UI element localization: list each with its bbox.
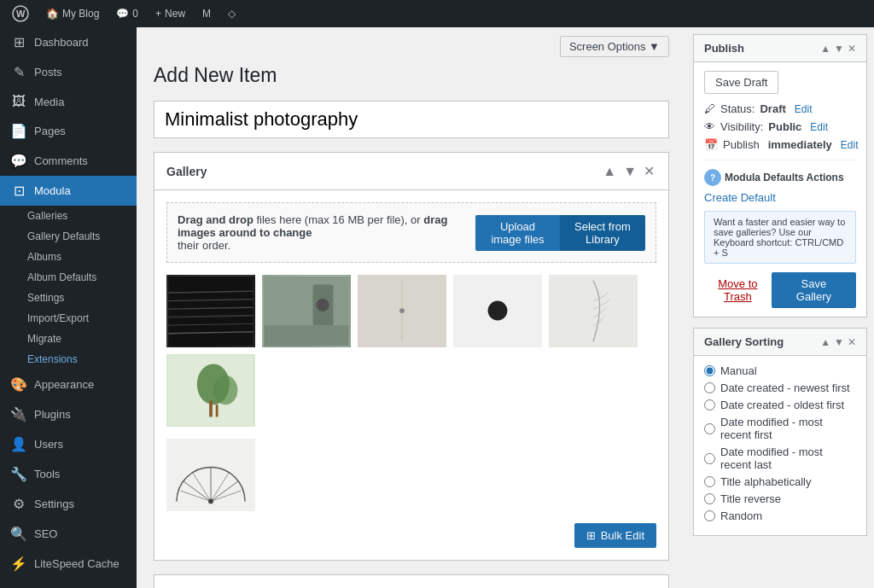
status-value: Draft [760,102,785,115]
admin-bar-diamond[interactable]: ◇ [223,0,241,27]
admin-bar-wp-logo[interactable]: W [7,0,34,27]
sort-date-oldest[interactable]: Date created - oldest first [704,399,856,411]
publish-panel-close[interactable]: ✕ [848,43,856,55]
sidebar-sub-extensions[interactable]: Extensions [0,349,137,370]
svg-text:W: W [16,9,26,19]
admin-bar-comments[interactable]: 💬 0 [111,0,143,27]
gallery-image-5[interactable] [549,275,638,347]
home-icon: 🏠 [46,8,59,20]
sidebar-item-media[interactable]: 🖼 Media [0,87,137,116]
sidebar-item-users[interactable]: 👤 Users [0,429,137,459]
gallery-image-3[interactable] [358,275,446,347]
settings-close-button[interactable]: ✕ [642,584,656,588]
sort-date-mod-oldest[interactable]: Date modified - most recent last [704,445,856,471]
grid-icon: ⊞ [586,529,596,542]
sidebar-item-tools[interactable]: 🔧 Tools [0,459,137,489]
sorting-panel-close[interactable]: ✕ [848,336,856,348]
sort-date-mod-newest[interactable]: Date modified - most recent first [704,416,856,441]
sidebar-item-modula[interactable]: ⊡ Modula [0,176,137,206]
sort-date-oldest-radio[interactable] [704,399,715,410]
sidebar-item-litespeed[interactable]: ⚡ LiteSpeed Cache [0,549,137,579]
sort-title-asc-radio[interactable] [704,476,715,487]
publish-label: Publish [723,138,760,151]
create-default-link[interactable]: Create Default [704,191,856,204]
sidebar-sub-galleries[interactable]: Galleries [0,206,137,226]
sidebar-item-comments[interactable]: 💬 Comments [0,146,137,176]
sidebar-appearance-label: Appearance [34,378,94,391]
gallery-image-6[interactable] [166,354,255,427]
settings-collapse-down-button[interactable]: ▼ [621,585,638,589]
sidebar-item-plugins[interactable]: 🔌 Plugins [0,399,137,429]
comment-icon: 💬 [116,8,129,20]
bulk-edit-button[interactable]: ⊞ Bulk Edit [574,523,656,548]
defaults-actions-label: Modula Defaults Actions [725,172,844,183]
gallery-panel-controls: ▲ ▼ ✕ [601,161,656,181]
gallery-close-button[interactable]: ✕ [642,161,656,181]
sort-random[interactable]: Random [704,509,856,522]
gallery-collapse-down-button[interactable]: ▼ [621,162,638,181]
sidebar-sub-albums[interactable]: Albums [0,247,137,267]
upload-image-button[interactable]: Upload image files [475,215,560,251]
sort-title-desc[interactable]: Title reverse [704,492,856,505]
sidebar-sub-migrate[interactable]: Migrate [0,329,137,349]
sidebar-users-label: Users [34,438,63,451]
gallery-panel-header: Gallery ▲ ▼ ✕ [154,153,668,190]
dashboard-icon: ⊞ [10,34,27,50]
sort-date-newest-radio[interactable] [704,382,715,393]
gallery-collapse-up-button[interactable]: ▲ [601,162,618,181]
gallery-title-input[interactable] [154,101,669,138]
sidebar-item-seo[interactable]: 🔍 SEO [0,519,137,549]
gallery-image-4[interactable] [453,275,542,347]
sidebar-sub-album-defaults[interactable]: Album Defaults [0,267,137,288]
sidebar-comments-label: Comments [34,154,88,167]
publish-panel-up[interactable]: ▲ [820,43,830,55]
sort-date-mod-newest-radio[interactable] [704,423,715,434]
admin-bar-modula[interactable]: M [197,0,216,27]
settings-panel: Settings ▲ ▼ ✕ ⚙ General 🖼 Lightbox & Li… [154,574,669,588]
publish-edit-link[interactable]: Edit [841,139,859,151]
publish-panel-down[interactable]: ▼ [834,43,844,55]
sidebar-item-settings[interactable]: ⚙ Settings [0,489,137,519]
svg-point-17 [488,301,508,321]
select-library-button[interactable]: Select from Library [560,215,645,251]
gallery-image-2[interactable] [262,275,351,347]
gallery-image-1[interactable] [166,275,255,347]
sort-date-mod-oldest-radio[interactable] [704,453,715,464]
sidebar-item-pages[interactable]: 📄 Pages [0,116,137,146]
sidebar-sub-import-export[interactable]: Import/Export [0,308,137,329]
sort-date-newest[interactable]: Date created - newest first [704,381,856,394]
sidebar-item-appearance[interactable]: 🎨 Appearance [0,370,137,399]
save-draft-button[interactable]: Save Draft [704,71,778,94]
sort-title-desc-radio[interactable] [704,493,715,504]
svg-point-21 [213,376,238,405]
gallery-image-7[interactable] [166,439,255,511]
sort-manual[interactable]: Manual [704,364,856,377]
litespeed-icon: ⚡ [10,556,27,572]
sidebar-item-posts[interactable]: ✎ Posts [0,57,137,87]
admin-bar-new[interactable]: + New [150,0,190,27]
sorting-panel-down[interactable]: ▼ [834,336,844,348]
sorting-panel-up[interactable]: ▲ [820,336,830,348]
status-edit-link[interactable]: Edit [795,103,813,115]
sort-date-oldest-label: Date created - oldest first [720,399,844,411]
sidebar-item-dashboard[interactable]: ⊞ Dashboard [0,27,137,57]
settings-collapse-up-button[interactable]: ▲ [601,585,618,589]
move-to-trash-button[interactable]: Move to Trash [704,277,772,303]
sort-title-asc[interactable]: Title alphabetically [704,475,856,488]
sidebar-sub-settings[interactable]: Settings [0,288,137,308]
sort-date-mod-newest-label: Date modified - most recent first [720,416,856,441]
sorting-panel-header: Gallery Sorting ▲ ▼ ✕ [694,329,866,356]
sidebar-sub-gallery-defaults[interactable]: Gallery Defaults [0,226,137,247]
visibility-edit-link[interactable]: Edit [810,121,828,133]
screen-options-button[interactable]: Screen Options ▼ [560,36,669,57]
publish-divider [704,160,856,160]
save-gallery-button[interactable]: Save Gallery [772,272,856,308]
defaults-help-icon[interactable]: ? [704,169,721,186]
sort-random-radio[interactable] [704,510,715,521]
status-label: Status: [720,102,755,115]
sort-manual-radio[interactable] [704,365,715,376]
admin-bar-site[interactable]: 🏠 My Blog [41,0,104,27]
sidebar-item-collapse[interactable]: ◀ Collapse menu [0,579,137,588]
upload-area: Drag and drop files here (max 16 MB per … [166,202,656,263]
admin-bar-comment-count: 0 [132,8,138,20]
